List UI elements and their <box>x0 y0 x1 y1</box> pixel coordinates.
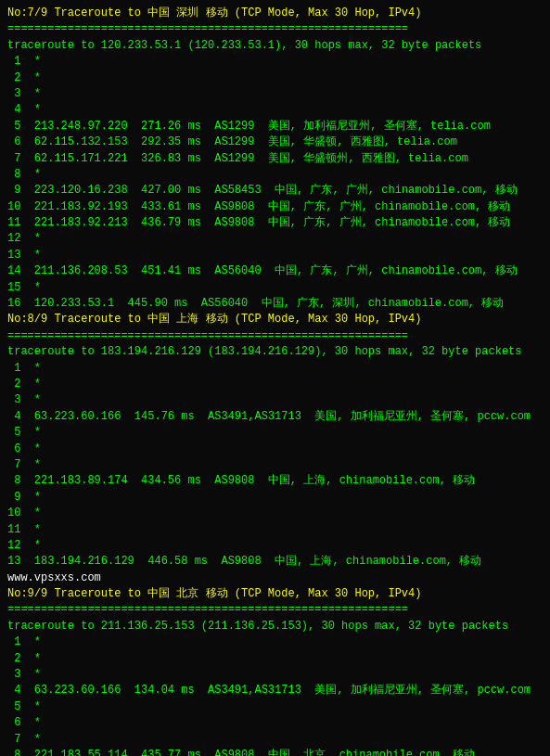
terminal-line-16: 14 211.136.208.53 451.41 ms AS56040 中国, … <box>7 263 543 279</box>
terminal-line-29: 7 * <box>7 457 543 473</box>
terminal-line-6: 4 * <box>7 102 543 118</box>
terminal-line-30: 8 221.183.89.174 434.56 ms AS9808 中国, 上海… <box>7 473 543 489</box>
terminal-line-25: 3 * <box>7 392 543 408</box>
terminal-line-4: 2 * <box>7 70 543 86</box>
terminal-output: No:7/9 Traceroute to 中国 深圳 移动 (TCP Mode,… <box>7 6 543 756</box>
terminal-line-17: 15 * <box>7 280 543 296</box>
terminal-line-15: 13 * <box>7 248 543 263</box>
terminal-line-34: 12 * <box>7 538 543 554</box>
terminal-line-33: 11 * <box>7 522 543 538</box>
terminal-line-20: No:8/9 Traceroute to 中国 上海 移动 (TCP Mode,… <box>7 312 543 327</box>
terminal-line-38: ========================================… <box>7 602 543 618</box>
terminal-line-5: 3 * <box>7 86 543 102</box>
terminal-line-27: 5 * <box>7 425 543 441</box>
terminal-line-35: 13 183.194.216.129 446.58 ms AS9808 中国, … <box>7 554 543 570</box>
terminal-line-1: ========================================… <box>7 21 543 37</box>
terminal-line-28: 6 * <box>7 442 543 457</box>
terminal-line-36: www.vpsxxs.com <box>7 570 543 586</box>
terminal-line-2: traceroute to 120.233.53.1 (120.233.53.1… <box>7 38 543 54</box>
terminal-line-23: 1 * <box>7 361 543 377</box>
terminal-line-43: 4 63.223.60.166 134.04 ms AS3491,AS31713… <box>7 683 543 698</box>
terminal-line-0: No:7/9 Traceroute to 中国 深圳 移动 (TCP Mode,… <box>7 6 543 21</box>
terminal-line-46: 7 * <box>7 732 543 748</box>
terminal-line-45: 6 * <box>7 715 543 731</box>
terminal-line-47: 8 221.183.55.114 435.77 ms AS9808 中国, 北京… <box>7 748 543 756</box>
terminal-line-10: 8 * <box>7 167 543 183</box>
terminal-line-24: 2 * <box>7 377 543 392</box>
terminal-line-14: 12 * <box>7 231 543 247</box>
terminal-line-40: 1 * <box>7 634 543 650</box>
terminal-line-22: traceroute to 183.194.216.129 (183.194.2… <box>7 344 543 360</box>
terminal-line-7: 5 213.248.97.220 271.26 ms AS1299 美国, 加利… <box>7 119 543 135</box>
terminal-line-9: 7 62.115.171.221 326.83 ms AS1299 美国, 华盛… <box>7 151 543 167</box>
terminal-line-31: 9 * <box>7 490 543 506</box>
terminal-line-11: 9 223.120.16.238 427.00 ms AS58453 中国, 广… <box>7 183 543 199</box>
terminal-line-8: 6 62.115.132.153 292.35 ms AS1299 美国, 华盛… <box>7 135 543 150</box>
terminal-line-32: 10 * <box>7 506 543 521</box>
terminal-line-26: 4 63.223.60.166 145.76 ms AS3491,AS31713… <box>7 409 543 425</box>
terminal-line-42: 3 * <box>7 667 543 683</box>
terminal-line-18: 16 120.233.53.1 445.90 ms AS56040 中国, 广东… <box>7 296 543 312</box>
terminal-line-44: 5 * <box>7 699 543 715</box>
terminal-line-13: 11 221.183.92.213 436.79 ms AS9808 中国, 广… <box>7 215 543 231</box>
terminal-line-12: 10 221.183.92.193 433.61 ms AS9808 中国, 广… <box>7 199 543 215</box>
terminal-line-39: traceroute to 211.136.25.153 (211.136.25… <box>7 619 543 634</box>
terminal-line-41: 2 * <box>7 651 543 667</box>
terminal-line-37: No:9/9 Traceroute to 中国 北京 移动 (TCP Mode,… <box>7 586 543 602</box>
terminal-line-21: ========================================… <box>7 328 543 344</box>
terminal-line-3: 1 * <box>7 54 543 70</box>
